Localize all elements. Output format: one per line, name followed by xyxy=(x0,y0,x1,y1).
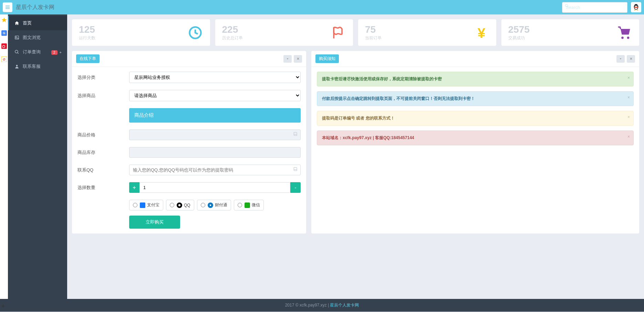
svg-rect-0 xyxy=(6,6,10,6)
qq-input[interactable] xyxy=(129,165,301,175)
price-field xyxy=(129,129,301,140)
qty-input[interactable] xyxy=(139,182,290,193)
order-panel: 在线下单 选择分类 星辰网站业务授权 选择商品 请选择商品 商品 xyxy=(72,51,306,233)
qq-avatar-button[interactable] xyxy=(631,2,641,12)
stat-value: 225 xyxy=(222,24,243,35)
alert-success: 提取卡密后请尽快激活使用或保存好，系统定期清除被提取的卡密 × xyxy=(317,72,634,86)
qq-icon xyxy=(177,202,182,208)
sidebar-item-support[interactable]: 联系客服 xyxy=(8,59,67,74)
svg-rect-1 xyxy=(6,7,10,8)
chevron-down-icon xyxy=(619,57,622,61)
pay-option-tenpay[interactable]: 财付通 xyxy=(197,200,231,210)
qty-minus-button[interactable]: - xyxy=(290,182,301,193)
header: 星辰个人发卡网 xyxy=(0,0,644,14)
stat-card-current-orders: 75 当前订单 ¥ xyxy=(358,19,496,46)
content: 125 运行天数 225 历史总订单 75 当前订单 xyxy=(67,14,644,299)
stock-label: 商品库存 xyxy=(77,149,129,156)
svg-line-4 xyxy=(568,6,569,7)
flag-icon xyxy=(330,25,346,41)
penguin-icon xyxy=(632,3,640,11)
category-select[interactable]: 星辰网站业务授权 xyxy=(129,72,301,83)
alert-info: 付款后按提示点击确定跳转到提取页面，不可提前关闭窗口！否则无法提取到卡密！ × xyxy=(317,91,634,106)
svg-marker-15 xyxy=(1,18,7,22)
pay-radio[interactable] xyxy=(238,203,242,207)
mail-icon[interactable]: @ xyxy=(1,56,7,62)
footer-link[interactable]: 星辰个人发卡网 xyxy=(330,303,359,308)
stat-card-success: 2575 交易成功 xyxy=(501,19,640,46)
stat-card-days: 125 运行天数 xyxy=(72,19,210,46)
star-icon[interactable] xyxy=(1,17,7,23)
wechat-icon xyxy=(245,202,250,208)
sidebar: 首页 图文浏览 订单查询 2+ 联系客服 xyxy=(8,14,67,299)
weibo-icon[interactable] xyxy=(1,43,7,49)
search-icon xyxy=(565,4,569,9)
sidebar-item-orders[interactable]: 订单查询 2+ xyxy=(8,45,67,59)
panel-collapse-button[interactable] xyxy=(616,55,625,63)
alipay-icon xyxy=(140,202,145,208)
svg-rect-2 xyxy=(6,8,10,9)
svg-point-10 xyxy=(636,6,637,6)
alert-close-button[interactable]: × xyxy=(627,134,630,139)
qq-label: 联系QQ xyxy=(77,167,129,173)
stat-card-total-orders: 225 历史总订单 xyxy=(215,19,353,46)
picture-icon xyxy=(14,35,19,40)
svg-line-26 xyxy=(18,53,19,54)
category-label: 选择分类 xyxy=(77,74,129,81)
svg-point-31 xyxy=(627,37,630,39)
svg-text:G: G xyxy=(3,31,5,35)
buy-button[interactable]: 立即购买 xyxy=(129,216,180,229)
stat-label: 当前订单 xyxy=(365,35,382,41)
stat-value: 125 xyxy=(79,24,95,35)
pay-option-wechat[interactable]: 微信 xyxy=(234,200,264,210)
panel-collapse-button[interactable] xyxy=(283,55,292,63)
search-input[interactable] xyxy=(562,2,627,13)
add-button[interactable]: + xyxy=(1,303,5,310)
svg-text:¥: ¥ xyxy=(477,25,485,40)
menu-toggle-button[interactable] xyxy=(3,2,12,12)
alert-warning: 提取码是订单编号 或者 您的联系方式！ × xyxy=(317,111,634,126)
svg-text:@: @ xyxy=(2,58,5,61)
panel-title: 在线下单 xyxy=(76,54,100,63)
pay-option-qq[interactable]: QQ xyxy=(166,200,194,210)
footer: 2017 © xcfk.pay97.xyz | 星辰个人发卡网 xyxy=(0,299,644,312)
search-box xyxy=(562,2,627,13)
pay-option-alipay[interactable]: 支付宝 xyxy=(129,200,163,210)
pay-radio[interactable] xyxy=(170,203,174,207)
close-icon xyxy=(630,57,633,60)
svg-point-25 xyxy=(15,50,18,53)
alert-close-button[interactable]: × xyxy=(627,115,630,119)
pay-radio[interactable] xyxy=(133,203,137,207)
book-icon xyxy=(293,132,298,137)
panel-close-button[interactable] xyxy=(627,55,635,63)
product-intro: 商品介绍 xyxy=(129,108,301,123)
stat-value: 75 xyxy=(365,24,382,35)
svg-rect-12 xyxy=(634,7,638,8)
svg-point-13 xyxy=(634,10,636,10)
sidebar-item-label: 联系客服 xyxy=(23,63,41,70)
pay-radio[interactable] xyxy=(201,203,205,207)
book-icon xyxy=(293,167,298,173)
panel-close-button[interactable] xyxy=(294,55,302,63)
stat-label: 交易成功 xyxy=(508,35,530,41)
qty-plus-button[interactable]: + xyxy=(129,182,139,193)
clock-icon xyxy=(187,25,203,41)
sidebar-item-home[interactable]: 首页 xyxy=(8,16,67,30)
tenpay-icon xyxy=(208,202,213,208)
svg-point-14 xyxy=(636,10,638,10)
user-icon xyxy=(14,64,19,69)
alert-close-button[interactable]: × xyxy=(627,95,630,100)
stat-label: 历史总订单 xyxy=(222,35,243,41)
plus-icon: + xyxy=(60,50,62,54)
svg-point-27 xyxy=(16,65,18,66)
menu-icon xyxy=(5,4,10,10)
sidebar-item-gallery[interactable]: 图文浏览 xyxy=(8,30,67,45)
svg-point-30 xyxy=(621,37,624,39)
product-select[interactable]: 请选择商品 xyxy=(129,90,301,101)
svg-point-20 xyxy=(3,46,4,48)
google-icon[interactable]: G xyxy=(1,30,7,36)
brand-title: 星辰个人发卡网 xyxy=(16,4,54,11)
stock-field xyxy=(129,147,301,158)
alert-close-button[interactable]: × xyxy=(627,75,630,80)
sidebar-item-label: 订单查询 xyxy=(23,49,41,55)
notice-panel: 购买须知 提取卡密后请尽快激活使用或保存好，系统定期清除被提取的卡密 × 付款后… xyxy=(311,51,639,233)
